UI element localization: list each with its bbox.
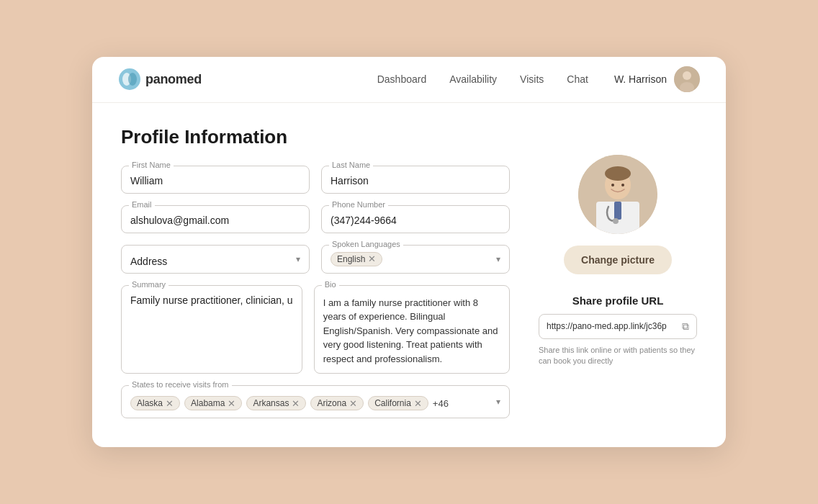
svg-point-13 (613, 218, 619, 224)
last-name-label: Last Name (329, 161, 373, 169)
svg-point-10 (605, 166, 631, 181)
states-tags: Alaska ✕ Alabama ✕ Arkansas ✕ Arizona (130, 393, 500, 410)
spoken-languages-field[interactable]: Spoken Languages English ✕ ▾ (321, 245, 510, 274)
nav-dashboard[interactable]: Dashboard (377, 73, 427, 85)
states-chevron-icon: ▾ (496, 397, 500, 407)
state-tag-arizona: Arizona ✕ (310, 396, 364, 410)
avatar-image (674, 66, 700, 92)
state-arizona-label: Arizona (317, 398, 346, 408)
right-section: Change picture Share profile URL https:/… (539, 126, 697, 419)
state-alaska-label: Alaska (137, 398, 163, 408)
svg-point-4 (683, 71, 691, 80)
first-name-field: First Name (121, 166, 310, 194)
phone-field: Phone Number (321, 205, 510, 233)
bio-field: Bio I am a family nurse practitioner wit… (314, 285, 510, 374)
svg-point-12 (621, 184, 624, 186)
state-tag-alabama: Alabama ✕ (184, 396, 242, 410)
first-name-input[interactable] (130, 172, 300, 186)
svg-point-11 (611, 184, 614, 186)
phone-label: Phone Number (329, 200, 388, 209)
logo-text: panomed (145, 72, 202, 87)
state-arkansas-label: Arkansas (253, 398, 289, 408)
contact-row: Email Phone Number (121, 205, 510, 233)
main-content: Profile Information First Name Last Name (92, 103, 726, 448)
user-name: W. Harrison (614, 73, 667, 85)
share-section: Share profile URL https://pano-med.app.l… (539, 294, 697, 367)
email-field: Email (121, 205, 310, 233)
state-alabama-remove[interactable]: ✕ (228, 399, 235, 408)
summary-label: Summary (129, 280, 168, 289)
nav-user: W. Harrison (614, 66, 700, 92)
logo-icon (118, 68, 141, 91)
left-section: Profile Information First Name Last Name (121, 126, 510, 419)
nav-links: Dashboard Availability Visits Chat (377, 73, 588, 85)
doctor-image (578, 155, 657, 234)
summary-text[interactable]: Family nurse practitioner, clinician, u (130, 292, 293, 306)
form-grid: First Name Last Name Email Phon (121, 166, 510, 419)
address-chevron-icon: ▾ (296, 254, 300, 264)
share-url-box: https://pano-med.app.link/jc36p ⧉ (539, 314, 697, 339)
state-california-remove[interactable]: ✕ (414, 399, 422, 408)
states-more-count: +46 (433, 398, 449, 409)
first-name-label: First Name (129, 161, 174, 169)
change-picture-button[interactable]: Change picture (564, 246, 672, 274)
name-row: First Name Last Name (121, 166, 510, 194)
svg-point-2 (128, 73, 137, 86)
bio-text[interactable]: I am a family nurse practitioner with 8 … (323, 293, 500, 366)
spoken-languages-label: Spoken Languages (329, 240, 403, 248)
share-description: Share this link online or with patients … (539, 345, 697, 367)
nav-availability[interactable]: Availability (449, 73, 497, 85)
phone-input[interactable] (331, 212, 500, 226)
state-alaska-remove[interactable]: ✕ (166, 399, 174, 408)
copy-icon[interactable]: ⧉ (682, 320, 689, 333)
nav-chat[interactable]: Chat (567, 73, 588, 85)
nav-visits[interactable]: Visits (520, 73, 544, 85)
address-field[interactable]: Address ▾ (121, 245, 310, 274)
last-name-field: Last Name (321, 166, 510, 194)
logo: panomed (118, 68, 202, 91)
states-field[interactable]: States to receive visits from Alaska ✕ A… (121, 385, 510, 418)
profile-photo (578, 155, 657, 234)
bio-label: Bio (322, 280, 339, 289)
share-title: Share profile URL (539, 294, 697, 307)
email-input[interactable] (130, 212, 300, 226)
state-arkansas-remove[interactable]: ✕ (292, 399, 300, 408)
address-language-row: Address ▾ Spoken Languages English ✕ ▾ (121, 245, 510, 274)
state-arizona-remove[interactable]: ✕ (349, 399, 357, 408)
state-tag-alaska: Alaska ✕ (130, 396, 180, 410)
english-tag: English ✕ (331, 252, 382, 266)
page-title: Profile Information (121, 126, 510, 148)
summary-field: Summary Family nurse practitioner, clini… (121, 285, 302, 374)
state-tag-arkansas: Arkansas ✕ (246, 396, 306, 410)
navigation: panomed Dashboard Availability Visits Ch… (92, 57, 726, 103)
email-label: Email (129, 200, 155, 209)
last-name-input[interactable] (331, 172, 500, 186)
state-california-label: California (374, 398, 411, 408)
states-label: States to receive visits from (129, 380, 232, 389)
summary-bio-row: Summary Family nurse practitioner, clini… (121, 285, 510, 374)
app-container: panomed Dashboard Availability Visits Ch… (92, 57, 726, 448)
state-alabama-label: Alabama (191, 398, 225, 408)
share-url-text: https://pano-med.app.link/jc36p (547, 321, 678, 331)
avatar (674, 66, 700, 92)
english-tag-remove[interactable]: ✕ (368, 254, 376, 264)
spoken-chevron-icon: ▾ (496, 254, 500, 264)
address-value: Address (130, 251, 296, 267)
state-tag-california: California ✕ (368, 396, 428, 410)
english-tag-label: English (337, 254, 365, 264)
svg-rect-8 (614, 202, 621, 220)
